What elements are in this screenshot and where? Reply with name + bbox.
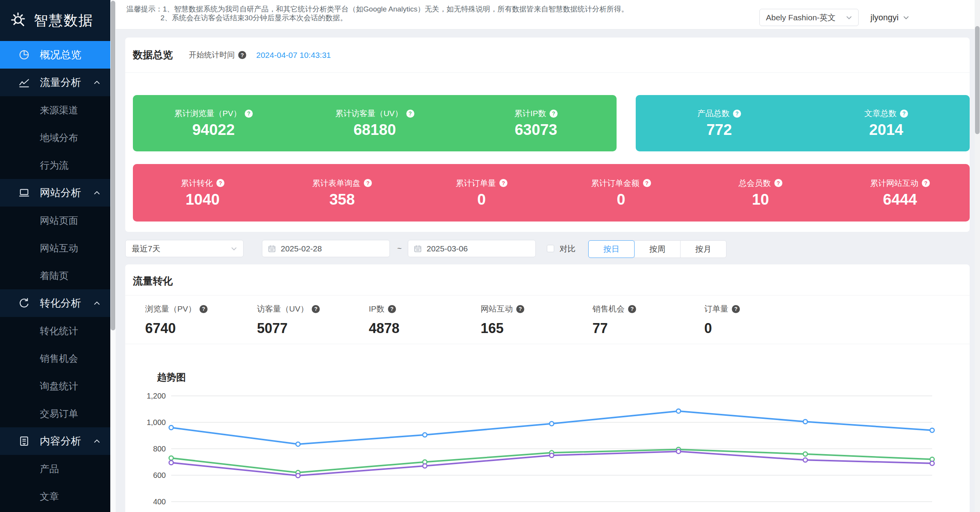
series-line xyxy=(171,411,932,444)
logo: 智慧数据 xyxy=(0,0,110,41)
data-point[interactable] xyxy=(803,458,807,462)
stat-column: 产品总数? 772 xyxy=(636,108,803,138)
sidebar-scrollbar-thumb[interactable] xyxy=(111,1,115,330)
sidebar-item-region-distribution[interactable]: 地域分布 xyxy=(0,124,110,151)
stat-label: 累计网站互动 xyxy=(870,178,918,189)
stat-column: 累计转化? 1040 xyxy=(133,178,272,208)
sidebar-item-articles[interactable]: 文章 xyxy=(0,482,110,510)
help-icon[interactable]: ? xyxy=(900,110,908,118)
help-icon[interactable]: ? xyxy=(364,179,372,187)
data-point[interactable] xyxy=(676,449,681,453)
data-point[interactable] xyxy=(169,425,173,430)
sidebar-scrollbar xyxy=(110,0,116,512)
help-icon[interactable]: ? xyxy=(216,179,224,187)
data-point[interactable] xyxy=(930,461,934,465)
sidebar-item-trade-orders[interactable]: 交易订单 xyxy=(0,400,110,427)
chevron-up-icon xyxy=(93,78,101,87)
help-icon[interactable]: ? xyxy=(245,110,253,118)
pie-chart-icon xyxy=(18,49,30,61)
help-icon[interactable]: ? xyxy=(516,305,524,313)
divider xyxy=(125,295,970,295)
data-point[interactable] xyxy=(423,433,427,437)
data-point[interactable] xyxy=(930,428,934,432)
granularity-button[interactable]: 按周 xyxy=(634,240,681,258)
sidebar-item-site-pages[interactable]: 网站页面 xyxy=(0,207,110,234)
sidebar-item-site-interaction[interactable]: 网站互动 xyxy=(0,234,110,262)
help-icon[interactable]: ? xyxy=(406,110,414,118)
sidebar-item-site-analysis[interactable]: 网站分析 xyxy=(0,179,110,207)
help-icon[interactable]: ? xyxy=(643,179,651,187)
data-point[interactable] xyxy=(296,474,300,478)
y-axis-tick-label: 600 xyxy=(153,471,166,479)
chevron-down-icon xyxy=(902,14,910,21)
stat-column: 累计订单金额? 0 xyxy=(551,178,691,208)
stat-value: 10 xyxy=(752,191,769,208)
sidebar-item-traffic-analysis[interactable]: 流量分析 xyxy=(0,69,110,96)
notice-text: 温馨提示：1、智慧数据系统为我司自研产品，和其它统计分析类平台（如Google … xyxy=(126,5,628,22)
traffic-stat-label: 访客量（UV） xyxy=(257,304,308,314)
help-icon[interactable]: ? xyxy=(628,305,636,313)
site-select[interactable]: Abely Fashion-英文 xyxy=(759,9,859,26)
app-title: 智慧数据 xyxy=(34,11,93,30)
sidebar-item-products[interactable]: 产品 xyxy=(0,455,110,482)
divider xyxy=(125,72,970,73)
help-icon[interactable]: ? xyxy=(550,110,558,118)
sidebar-item-sales-leads[interactable]: 销售机会 xyxy=(0,345,110,372)
data-point[interactable] xyxy=(423,464,427,468)
sidebar-item-content-analysis[interactable]: 内容分析 xyxy=(0,427,110,455)
traffic-stat-value: 165 xyxy=(481,320,592,336)
granularity-button[interactable]: 按日 xyxy=(588,240,635,258)
page-scrollbar-thumb[interactable] xyxy=(975,26,980,134)
stat-column: 累计访客量（UV）? 68180 xyxy=(294,108,455,138)
sidebar-item-behavior-flow[interactable]: 行为流 xyxy=(0,151,110,179)
end-date-input[interactable]: 2025-03-06 xyxy=(408,240,536,257)
start-date-input[interactable]: 2025-02-28 xyxy=(262,240,390,257)
date-range-select[interactable]: 最近7天 xyxy=(125,240,244,257)
chevron-down-icon xyxy=(845,14,853,21)
start-time-label: 开始统计时间 xyxy=(189,50,235,60)
data-point[interactable] xyxy=(803,420,807,424)
start-time-value: 2024-04-07 10:43:31 xyxy=(256,51,331,60)
help-icon[interactable]: ? xyxy=(774,179,782,187)
data-point[interactable] xyxy=(169,456,173,460)
traffic-stats-row: 浏览量（PV）? 6740 访客量（UV）? 5077 IP数? 4878 xyxy=(145,304,816,336)
chevron-up-icon xyxy=(93,437,101,445)
topbar: 温馨提示：1、智慧数据系统为我司自研产品，和其它统计分析类平台（如Google … xyxy=(116,0,980,30)
end-date-value: 2025-03-06 xyxy=(427,244,468,253)
stat-value: 358 xyxy=(329,191,355,208)
date-separator: ~ xyxy=(394,240,405,257)
data-point[interactable] xyxy=(803,452,807,456)
sidebar-item-source-channel[interactable]: 来源渠道 xyxy=(0,96,110,124)
help-icon[interactable]: ? xyxy=(733,110,741,118)
help-icon[interactable]: ? xyxy=(732,305,740,313)
y-axis-tick-label: 1,000 xyxy=(147,418,166,427)
sidebar-item-conversion-analysis[interactable]: 转化分析 xyxy=(0,289,110,317)
help-icon[interactable]: ? xyxy=(922,179,930,187)
stat-value: 0 xyxy=(617,191,625,208)
compare-toggle[interactable]: 对比 xyxy=(547,240,576,257)
user-menu[interactable]: jlyongyi xyxy=(870,9,910,26)
data-point[interactable] xyxy=(550,453,554,458)
sidebar-item-landing-page[interactable]: 着陆页 xyxy=(0,262,110,289)
y-axis-tick-label: 1,200 xyxy=(147,392,166,400)
help-icon[interactable]: ? xyxy=(238,51,246,59)
help-icon[interactable]: ? xyxy=(312,305,320,313)
compare-checkbox[interactable] xyxy=(547,245,554,252)
help-icon[interactable]: ? xyxy=(499,179,507,187)
sidebar-item-overview[interactable]: 概况总览 xyxy=(0,41,110,69)
stat-label: 累计访客量（UV） xyxy=(335,108,402,119)
help-icon[interactable]: ? xyxy=(388,305,396,313)
sidebar-item-inquiry-stats[interactable]: 询盘统计 xyxy=(0,372,110,400)
data-point[interactable] xyxy=(676,409,681,413)
stat-label: 累计订单量 xyxy=(456,178,496,189)
stat-label: 累计订单金额 xyxy=(591,178,640,189)
stat-column: 总会员数? 10 xyxy=(691,178,830,208)
help-icon[interactable]: ? xyxy=(200,305,208,313)
data-point[interactable] xyxy=(550,422,554,426)
data-point[interactable] xyxy=(169,461,173,465)
sidebar-item-conversion-stats[interactable]: 转化统计 xyxy=(0,317,110,345)
granularity-button[interactable]: 按月 xyxy=(680,240,726,258)
data-point[interactable] xyxy=(296,442,300,446)
start-date-value: 2025-02-28 xyxy=(281,244,322,253)
totals-card-green: 累计浏览量（PV）? 94022 累计访客量（UV）? 68180 累计IP数?… xyxy=(133,95,617,151)
